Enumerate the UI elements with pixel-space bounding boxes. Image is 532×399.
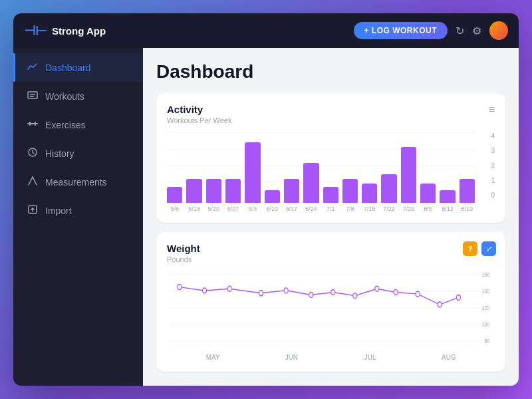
settings-icon[interactable]: ⚙ xyxy=(472,25,481,37)
weight-data-point xyxy=(202,288,206,293)
sidebar-item-measurements[interactable]: Measurements xyxy=(13,168,143,196)
activity-chart-container: 5/6 5/13 5/20 5/27 6/3 6/10 6/17 6/24 7/… xyxy=(167,132,495,212)
log-workout-button[interactable]: + LOG WORKOUT xyxy=(354,22,448,39)
bar xyxy=(420,184,436,203)
bar xyxy=(206,179,221,203)
weight-data-point xyxy=(353,293,357,299)
weight-data-point xyxy=(309,292,313,297)
bar xyxy=(323,187,338,203)
import-icon xyxy=(27,204,39,217)
bar-label: 6/3 xyxy=(249,205,257,212)
logo-area: ⊣⊢ Strong App xyxy=(24,23,106,39)
weight-title: Weight xyxy=(167,243,495,254)
bar-column: 7/1 xyxy=(323,187,338,212)
bar-label: 8/12 xyxy=(442,205,454,212)
bar-label: 7/8 xyxy=(346,205,354,212)
measurements-icon xyxy=(27,176,39,188)
content-area: Dashboard Activity Workouts Per Week ≡ xyxy=(143,48,519,386)
x-label-jun: JUN xyxy=(252,354,331,361)
bar-column: 8/5 xyxy=(420,184,436,212)
svg-rect-5 xyxy=(29,122,31,126)
sidebar-item-import[interactable]: Import xyxy=(13,196,143,225)
info-button[interactable]: ? xyxy=(463,241,477,256)
expand-button[interactable]: ⤢ xyxy=(481,241,496,256)
bar xyxy=(245,142,260,203)
svg-rect-4 xyxy=(36,123,38,124)
bar xyxy=(401,147,416,203)
bar-label: 7/22 xyxy=(383,205,395,212)
bar-column: 6/17 xyxy=(284,179,299,212)
bar xyxy=(303,163,319,203)
bar xyxy=(284,179,299,203)
svg-text:140: 140 xyxy=(482,288,490,295)
sidebar-label-workouts: Workouts xyxy=(45,91,84,102)
svg-text:100: 100 xyxy=(482,321,490,328)
y-axis-label: 4 xyxy=(491,132,495,140)
bar-chart: 5/6 5/13 5/20 5/27 6/3 6/10 6/17 6/24 7/… xyxy=(167,132,495,212)
bar-column: 7/29 xyxy=(401,147,416,212)
bar xyxy=(460,179,475,203)
bar-column: 8/19 xyxy=(460,179,475,212)
bar-column: 5/13 xyxy=(186,179,201,212)
svg-rect-7 xyxy=(31,123,35,124)
bar-label: 8/19 xyxy=(462,205,473,212)
y-axis: 43210 xyxy=(476,132,495,199)
bar xyxy=(381,174,396,203)
svg-rect-0 xyxy=(28,92,37,98)
bar xyxy=(225,179,241,203)
bar-column: 7/15 xyxy=(362,184,377,212)
bar xyxy=(265,190,280,203)
bar-column: 7/8 xyxy=(342,179,358,212)
filter-icon[interactable]: ≡ xyxy=(489,104,495,116)
main-layout: Dashboard Workouts Exercises History Mea… xyxy=(13,48,519,386)
activity-subtitle: Workouts Per Week xyxy=(167,116,495,124)
bar xyxy=(440,190,455,203)
header-right: + LOG WORKOUT ↻ ⚙ xyxy=(354,21,509,40)
bar-column: 6/10 xyxy=(265,190,280,212)
sidebar: Dashboard Workouts Exercises History Mea… xyxy=(13,48,143,386)
bar-label: 6/24 xyxy=(305,205,317,212)
logo-icon: ⊣⊢ xyxy=(24,23,47,39)
bar-label: 7/1 xyxy=(327,205,335,212)
weight-chart: 160 140 120 100 80 xyxy=(167,271,495,351)
weight-data-point xyxy=(227,286,231,291)
workouts-icon xyxy=(27,90,39,102)
bar-column: 5/27 xyxy=(225,179,241,212)
bar-column: 8/12 xyxy=(440,190,455,212)
y-axis-label: 1 xyxy=(491,177,495,184)
sidebar-item-dashboard[interactable]: Dashboard xyxy=(13,53,143,82)
svg-line-10 xyxy=(33,177,37,185)
bar-column: 6/3 xyxy=(245,142,260,212)
weight-data-point xyxy=(394,290,398,295)
weight-data-point xyxy=(456,295,460,300)
bar-label: 6/17 xyxy=(286,205,298,212)
activity-title: Activity xyxy=(167,104,495,115)
refresh-icon[interactable]: ↻ xyxy=(456,25,464,37)
bar-column: 5/20 xyxy=(206,179,221,212)
bar-label: 6/10 xyxy=(266,205,278,212)
svg-text:160: 160 xyxy=(482,271,490,278)
sidebar-item-workouts[interactable]: Workouts xyxy=(13,82,143,110)
bar xyxy=(186,179,201,203)
bar-column: 5/6 xyxy=(167,187,182,212)
app-name: Strong App xyxy=(52,25,106,37)
dashboard-icon xyxy=(27,61,39,74)
y-axis-label: 0 xyxy=(491,192,495,199)
weight-data-point xyxy=(259,291,263,296)
header: ⊣⊢ Strong App + LOG WORKOUT ↻ ⚙ xyxy=(13,13,519,48)
bar xyxy=(362,184,377,203)
svg-rect-3 xyxy=(27,123,29,124)
bar xyxy=(342,179,358,203)
x-label-jul: JUL xyxy=(331,354,410,361)
bar-column: 6/24 xyxy=(303,163,319,212)
sidebar-item-exercises[interactable]: Exercises xyxy=(13,110,143,139)
sidebar-label-import: Import xyxy=(45,205,72,216)
weight-data-point xyxy=(284,288,288,293)
sidebar-item-history[interactable]: History xyxy=(13,139,143,168)
page-title: Dashboard xyxy=(156,61,505,82)
avatar[interactable] xyxy=(489,21,508,40)
svg-text:120: 120 xyxy=(482,305,490,311)
sidebar-label-dashboard: Dashboard xyxy=(45,63,91,73)
x-label-aug: AUG xyxy=(410,354,488,361)
svg-text:80: 80 xyxy=(485,338,490,344)
